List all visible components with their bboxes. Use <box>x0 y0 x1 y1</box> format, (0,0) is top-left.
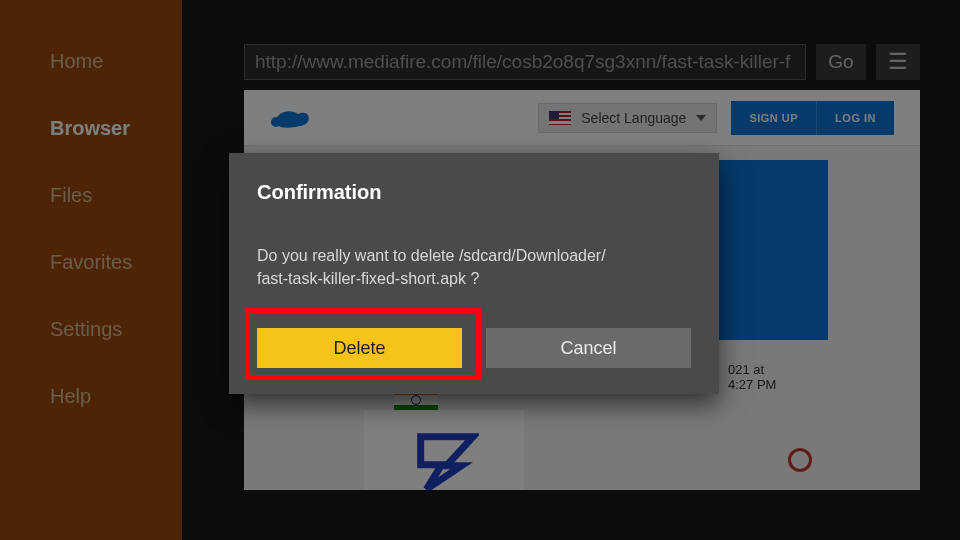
delete-button[interactable]: Delete <box>257 328 462 368</box>
dialog-message: Do you really want to delete /sdcard/Dow… <box>257 244 691 290</box>
confirmation-dialog: Confirmation Do you really want to delet… <box>229 153 719 394</box>
cancel-button[interactable]: Cancel <box>486 328 691 368</box>
dialog-title: Confirmation <box>257 181 691 204</box>
